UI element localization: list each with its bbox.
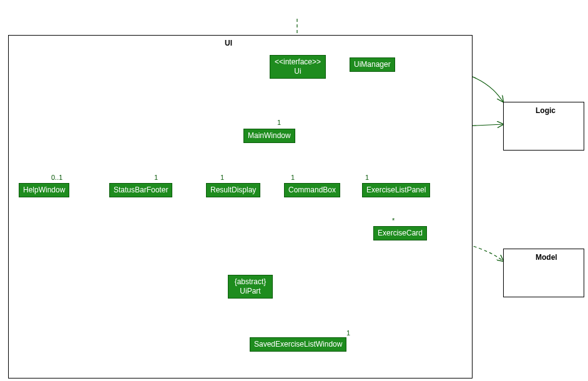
package-ui <box>8 35 473 379</box>
class-ui-manager: UiManager <box>350 57 395 72</box>
class-help-window: HelpWindow <box>19 183 69 197</box>
class-name: HelpWindow <box>23 186 65 194</box>
package-logic-label: Logic <box>536 106 556 115</box>
class-name: UiPart <box>232 287 268 296</box>
class-name: CommandBox <box>288 186 336 194</box>
stereotype: {abstract} <box>232 277 268 287</box>
class-name: MainWindow <box>248 131 291 140</box>
mult-mainwindow: 1 <box>277 119 281 126</box>
mult-statusbar: 1 <box>154 174 158 181</box>
class-name: Ui <box>274 67 321 76</box>
class-name: StatusBarFooter <box>114 186 168 194</box>
class-name: ExerciseListPanel <box>366 186 426 194</box>
class-ui-part: {abstract} UiPart <box>228 275 273 299</box>
package-ui-label: UI <box>225 39 232 47</box>
class-name: UiManager <box>354 60 391 69</box>
mult-exlistpanel: 1 <box>365 174 369 181</box>
package-model-label: Model <box>536 253 557 262</box>
class-name: ResultDisplay <box>210 186 256 194</box>
diagram-canvas: UI Logic Model <<interface>> Ui UiManage… <box>0 0 588 381</box>
class-ui-interface: <<interface>> Ui <box>270 55 326 79</box>
class-command-box: CommandBox <box>284 183 340 197</box>
class-status-bar-footer: StatusBarFooter <box>109 183 172 197</box>
mult-resultdisplay: 1 <box>220 174 224 181</box>
mult-helpwindow: 0..1 <box>51 174 62 181</box>
mult-excard: * <box>392 217 394 224</box>
mult-commandbox: 1 <box>291 174 295 181</box>
class-name: ExerciseCard <box>378 229 423 237</box>
class-name: SavedExerciseListWindow <box>254 340 342 349</box>
class-main-window: MainWindow <box>243 129 295 143</box>
mult-savedwin: 1 <box>346 329 350 337</box>
class-result-display: ResultDisplay <box>206 183 260 197</box>
class-saved-exercise-list-window: SavedExerciseListWindow <box>250 337 346 352</box>
stereotype: <<interface>> <box>274 57 321 67</box>
class-exercise-list-panel: ExerciseListPanel <box>362 183 430 197</box>
class-exercise-card: ExerciseCard <box>373 226 427 240</box>
